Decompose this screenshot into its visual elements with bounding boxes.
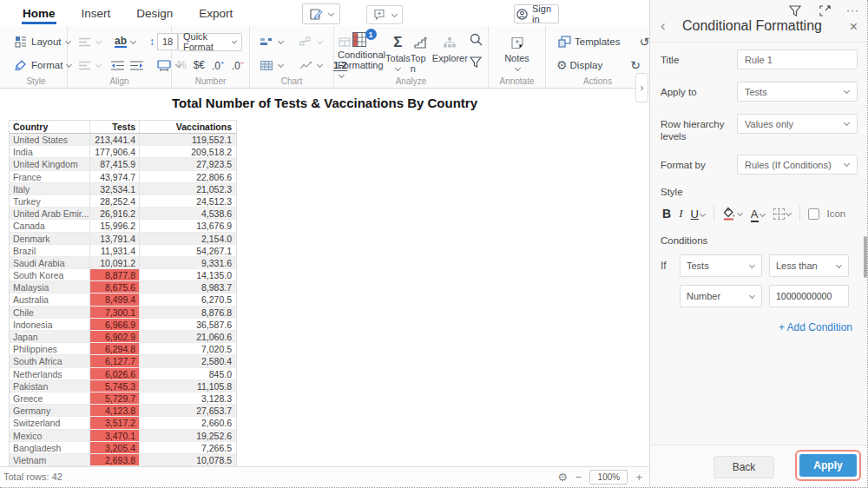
- notes-button[interactable]: Notes: [500, 30, 535, 78]
- column-header-tests[interactable]: Tests: [90, 121, 140, 133]
- table-row[interactable]: Pakistan5,745.311,105.8: [10, 380, 236, 392]
- column-header-vaccinations[interactable]: Vaccinations: [140, 121, 236, 133]
- search-icon[interactable]: [468, 31, 483, 47]
- explorer-button[interactable]: Explorer: [432, 30, 468, 78]
- format-button[interactable]: Format: [10, 56, 76, 75]
- more-options-icon[interactable]: ···: [846, 4, 859, 16]
- column-header-country[interactable]: Country: [10, 121, 90, 133]
- table-row[interactable]: India177,906.4209,518.2: [10, 146, 236, 158]
- borders-button[interactable]: [773, 208, 792, 220]
- table-row[interactable]: Saudi Arabia10,091.29,331.6: [10, 257, 236, 269]
- format-by-select[interactable]: Rules (If Conditions): [737, 155, 858, 175]
- text-format-button[interactable]: ab: [111, 34, 140, 49]
- condition-operator-select[interactable]: Less than: [769, 254, 849, 277]
- cell-vaccinations: 21,060.6: [140, 331, 236, 342]
- italic-button[interactable]: I: [679, 207, 682, 221]
- table-row[interactable]: Brazil11,931.454,267.1: [10, 245, 236, 257]
- zoom-level-value[interactable]: 100%: [589, 470, 628, 485]
- tab-export[interactable]: Export: [198, 2, 233, 24]
- bar-chart-button[interactable]: [255, 32, 287, 51]
- table-row[interactable]: Italy32,534.121,052.3: [10, 183, 236, 195]
- rule-title-input[interactable]: Rule 1: [737, 49, 858, 69]
- format-painter-icon: [13, 57, 29, 73]
- decrease-decimal-icon[interactable]: .0−: [232, 59, 245, 72]
- top-n-button[interactable]: Top n: [411, 30, 432, 78]
- row-hierarchy-select[interactable]: Values only: [737, 114, 858, 134]
- table-row[interactable]: Turkey28,252.424,512.3: [10, 195, 236, 208]
- table-row[interactable]: United States213,441.4119,552.1: [10, 134, 236, 146]
- back-button[interactable]: Back: [713, 456, 774, 478]
- tab-design[interactable]: Design: [135, 2, 174, 24]
- table-row[interactable]: Denmark13,791.42,154.0: [10, 233, 236, 245]
- apply-to-select[interactable]: Tests: [737, 82, 858, 102]
- condition-threshold-input[interactable]: 10000000000: [769, 285, 849, 307]
- table-view-button[interactable]: [255, 56, 287, 75]
- chevron-down-icon: [95, 61, 102, 67]
- horizontal-align-button[interactable]: [73, 56, 105, 75]
- apply-button[interactable]: Apply: [799, 454, 857, 477]
- ribbon-collapse-button[interactable]: ›: [635, 73, 648, 102]
- display-button[interactable]: ⚙ Display: [553, 56, 606, 74]
- conditional-formatting-button[interactable]: 1 Conditional Formatting: [338, 30, 385, 78]
- settings-gear-icon[interactable]: ⚙: [557, 471, 568, 484]
- line-chart-button[interactable]: [294, 56, 326, 75]
- table-row[interactable]: Japan6,902.921,060.6: [10, 331, 236, 343]
- table-row[interactable]: Malaysia8,675.68,983.7: [10, 281, 236, 293]
- table-row[interactable]: Mexico3,470.119,252.6: [10, 430, 236, 442]
- undo-icon[interactable]: ↺: [639, 35, 649, 49]
- filter-icon[interactable]: [468, 54, 483, 69]
- table-row[interactable]: United Kingdom87,415.927,923.5: [10, 158, 236, 170]
- cell-vaccinations: 54,267.1: [140, 245, 236, 256]
- table-row[interactable]: Indonesia6,966.936,587.6: [10, 319, 236, 331]
- percent-format-icon[interactable]: %: [177, 59, 187, 71]
- table-row[interactable]: South Korea8,877.814,135.0: [10, 269, 236, 281]
- table-row[interactable]: United Arab Emir...26,916.24,538.6: [10, 208, 236, 220]
- quick-format-dropdown[interactable]: Quick Format: [178, 33, 242, 51]
- cell-country: Indonesia: [10, 319, 90, 330]
- cell-tests: 4,123.8: [90, 405, 140, 416]
- font-color-button[interactable]: A: [751, 208, 766, 221]
- table-row[interactable]: Chile7,300.18,876.8: [10, 307, 236, 319]
- table-row[interactable]: Germany4,123.827,653.7: [10, 405, 236, 417]
- table-row[interactable]: South Africa6,127.72,580.4: [10, 355, 236, 367]
- table-row[interactable]: Bangladesh3,205.47,266.5: [10, 442, 236, 454]
- sign-in-button[interactable]: Sign in: [514, 4, 559, 23]
- icon-checkbox-label: Icon: [827, 208, 846, 219]
- apply-to-value: Tests: [745, 87, 767, 97]
- table-row[interactable]: Vietnam2,693.810,078.5: [10, 454, 236, 466]
- redo-icon[interactable]: ↻: [630, 58, 641, 72]
- vertical-align-button[interactable]: [73, 32, 105, 51]
- templates-button[interactable]: Templates: [553, 32, 623, 51]
- increase-decimal-icon[interactable]: .0+: [212, 59, 225, 72]
- edit-annotation-button[interactable]: [302, 3, 340, 24]
- add-condition-link[interactable]: + Add Condition: [661, 321, 852, 333]
- table-row[interactable]: Switzerland3,517.22,660.6: [10, 417, 236, 429]
- tab-home[interactable]: Home: [22, 2, 56, 24]
- zoom-out-icon[interactable]: −: [575, 471, 582, 484]
- totals-button[interactable]: Σ Totals: [385, 30, 411, 78]
- zoom-in-icon[interactable]: +: [635, 471, 642, 484]
- indent-decrease-icon[interactable]: [111, 57, 124, 73]
- back-chevron-icon[interactable]: ‹: [661, 17, 666, 35]
- table-row[interactable]: Netherlands6,026.6845.0: [10, 368, 236, 380]
- condition-field-select[interactable]: Tests: [680, 254, 762, 277]
- combo-chart-button[interactable]: [294, 32, 326, 51]
- condition-type-select[interactable]: Number: [680, 285, 762, 307]
- table-row[interactable]: France43,974.722,806.6: [10, 171, 236, 183]
- table-row[interactable]: Canada15,996.213,676.9: [10, 220, 236, 232]
- table-row[interactable]: Philippines6,294.87,020.5: [10, 343, 236, 355]
- panel-scrollbar[interactable]: [864, 236, 867, 278]
- table-row[interactable]: Greece5,729.73,128.3: [10, 392, 236, 405]
- close-icon[interactable]: ×: [850, 21, 858, 33]
- layout-button[interactable]: Layout: [10, 32, 75, 51]
- bold-button[interactable]: B: [662, 207, 671, 221]
- tab-insert[interactable]: Insert: [81, 2, 112, 24]
- icon-checkbox[interactable]: [808, 208, 819, 220]
- underline-button[interactable]: U: [690, 208, 705, 221]
- fill-color-button[interactable]: [722, 207, 743, 221]
- cell-vaccinations: 24,512.3: [140, 195, 236, 207]
- add-comment-button[interactable]: [366, 5, 403, 24]
- indent-increase-icon[interactable]: [130, 57, 143, 73]
- table-row[interactable]: Australia8,499.46,270.5: [10, 293, 236, 306]
- currency-format-icon[interactable]: $€: [194, 59, 205, 71]
